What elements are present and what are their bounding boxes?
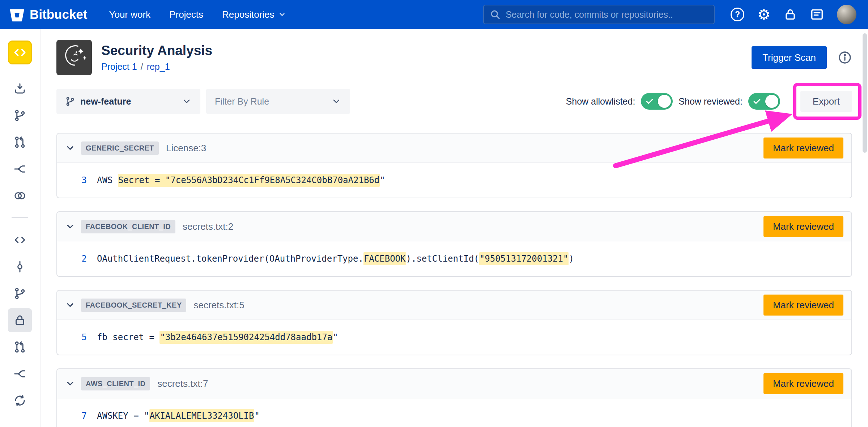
- nav-your-work[interactable]: Your work: [109, 9, 150, 20]
- info-icon[interactable]: [838, 50, 852, 65]
- sidebar-item-clone[interactable]: [8, 77, 32, 101]
- code-text: fb_secret =: [97, 332, 159, 342]
- sidebar-item-pipelines-2[interactable]: [8, 362, 32, 386]
- sidebar-item-security-active[interactable]: [8, 308, 32, 332]
- mark-reviewed-button[interactable]: Mark reviewed: [763, 373, 843, 394]
- sidebar-item-source[interactable]: [8, 228, 32, 252]
- breadcrumb-project-link[interactable]: Project 1: [101, 62, 137, 72]
- sidebar-item-deployments[interactable]: [8, 184, 32, 208]
- settings-gear-icon[interactable]: ⚙: [757, 7, 770, 22]
- code-highlight: FACEBOOK: [363, 252, 406, 265]
- check-icon: [646, 97, 654, 105]
- mark-reviewed-button[interactable]: Mark reviewed: [763, 216, 843, 237]
- mark-reviewed-button[interactable]: Mark reviewed: [763, 138, 843, 158]
- deployments-icon: [13, 189, 26, 202]
- user-avatar[interactable]: [837, 5, 856, 24]
- finding-card: FACEBOOK_CLIENT_ID secrets.txt:2 Mark re…: [56, 211, 852, 277]
- nav-repositories-label: Repositories: [222, 9, 275, 20]
- collapse-chevron-icon[interactable]: [65, 143, 81, 153]
- collapse-chevron-icon[interactable]: [65, 379, 81, 389]
- primary-nav: Your work Projects Repositories: [109, 9, 286, 20]
- export-annotation-box: Export: [800, 91, 852, 112]
- code-text: ": [254, 411, 259, 421]
- page-header: Security Analysis Project 1 / rep_1 Trig…: [56, 40, 852, 75]
- finding-card-header: GENERIC_SECRET License:3 Mark reviewed: [57, 134, 851, 163]
- toggle-knob: [658, 95, 671, 108]
- rule-filter-dropdown[interactable]: Filter By Rule: [206, 89, 350, 114]
- show-allowlisted-label: Show allowlisted:: [566, 96, 635, 107]
- chevron-down-icon: [182, 96, 192, 106]
- brand-name: Bitbucket: [30, 7, 87, 22]
- left-sidebar: [0, 29, 41, 427]
- sidebar-item-pull-requests[interactable]: [8, 130, 32, 154]
- code-text: OAuthClientRequest.tokenProvider(OAuthPr…: [97, 254, 363, 264]
- branches-icon: [13, 287, 26, 300]
- export-button[interactable]: Export: [800, 91, 852, 112]
- bitbucket-home-link[interactable]: Bitbucket: [9, 7, 87, 22]
- code-text: AWS: [97, 175, 118, 185]
- pipelines-icon: [13, 367, 26, 380]
- rule-badge: GENERIC_SECRET: [81, 141, 159, 155]
- global-search[interactable]: [483, 5, 715, 24]
- code-text: ": [380, 175, 385, 185]
- pull-requests-icon: [13, 341, 26, 354]
- code-line-number: 3: [57, 175, 97, 185]
- repo-avatar-mini[interactable]: [8, 41, 32, 64]
- finding-code-row: 3 AWS Secret = "7ce556A3bD234Cc1Ff9E8A5C…: [57, 163, 851, 198]
- finding-code-row: 5 fb_secret = "3b2e464637e5159024254dd78…: [57, 320, 851, 355]
- show-allowlisted-toggle[interactable]: [641, 93, 673, 110]
- source-code-icon: [13, 233, 26, 246]
- feedback-icon[interactable]: [810, 8, 824, 21]
- scrollbar-thumb[interactable]: [863, 33, 867, 153]
- collapse-chevron-icon[interactable]: [65, 221, 81, 232]
- branch-selector-dropdown[interactable]: new-feature: [56, 89, 200, 114]
- rule-badge: FACEBOOK_CLIENT_ID: [81, 220, 175, 233]
- show-reviewed-label: Show reviewed:: [678, 96, 742, 107]
- source-code-icon: [13, 46, 27, 59]
- chevron-down-icon: [278, 10, 286, 18]
- finding-location: License:3: [166, 143, 206, 154]
- rule-badge: AWS_CLIENT_ID: [81, 377, 150, 390]
- trigger-scan-button[interactable]: Trigger Scan: [752, 46, 827, 69]
- collapse-chevron-icon[interactable]: [65, 300, 81, 310]
- filter-row: new-feature Filter By Rule Show allowlis…: [56, 89, 852, 114]
- pull-requests-icon: [13, 136, 26, 149]
- search-input[interactable]: [505, 9, 708, 20]
- security-lock-nav-icon[interactable]: [783, 8, 797, 21]
- nav-projects[interactable]: Projects: [169, 9, 203, 20]
- code-line-number: 5: [57, 332, 97, 342]
- sidebar-group-2: [8, 228, 32, 415]
- check-icon: [753, 97, 761, 105]
- search-icon: [490, 9, 501, 20]
- code-text: ): [569, 254, 574, 264]
- sidebar-item-pull-requests-2[interactable]: [8, 335, 32, 359]
- security-lock-icon: [13, 314, 26, 327]
- branches-icon: [13, 109, 26, 122]
- sidebar-item-branches-2[interactable]: [8, 282, 32, 305]
- finding-location: secrets.txt:5: [193, 300, 244, 311]
- mark-reviewed-button[interactable]: Mark reviewed: [763, 295, 843, 316]
- breadcrumb-repo-link[interactable]: rep_1: [147, 62, 170, 72]
- branch-selector-value: new-feature: [80, 96, 131, 107]
- header-actions: Trigger Scan: [752, 46, 852, 69]
- finding-card: FACEBOOK_SECRET_KEY secrets.txt:5 Mark r…: [56, 290, 852, 355]
- findings-list: GENERIC_SECRET License:3 Mark reviewed 3…: [56, 133, 852, 427]
- code-highlight: AKIALALEMEL33243OLIB: [149, 409, 255, 422]
- sidebar-item-commits[interactable]: [8, 255, 32, 279]
- code-line-number: 7: [57, 411, 97, 421]
- branch-icon: [65, 96, 75, 106]
- sidebar-item-sync[interactable]: [8, 389, 32, 413]
- code-highlight: "950513172001321": [479, 252, 569, 265]
- code-highlight: Secret = "7ce556A3bD234Cc1Ff9E8A5C324C0b…: [118, 174, 380, 187]
- finding-card: AWS_CLIENT_ID secrets.txt:7 Mark reviewe…: [56, 368, 852, 427]
- show-reviewed-toggle[interactable]: [748, 93, 780, 110]
- code-text: ": [333, 332, 338, 342]
- sidebar-item-pipelines[interactable]: [8, 157, 32, 181]
- main-content: Security Analysis Project 1 / rep_1 Trig…: [41, 29, 868, 427]
- code-text: ).setClientId(: [406, 254, 479, 264]
- help-icon[interactable]: ?: [731, 8, 744, 21]
- finding-card-header: FACEBOOK_SECRET_KEY secrets.txt:5 Mark r…: [57, 291, 851, 320]
- nav-repositories[interactable]: Repositories: [222, 9, 286, 20]
- bitbucket-logo-icon: [9, 7, 25, 22]
- sidebar-item-branches[interactable]: [8, 103, 32, 127]
